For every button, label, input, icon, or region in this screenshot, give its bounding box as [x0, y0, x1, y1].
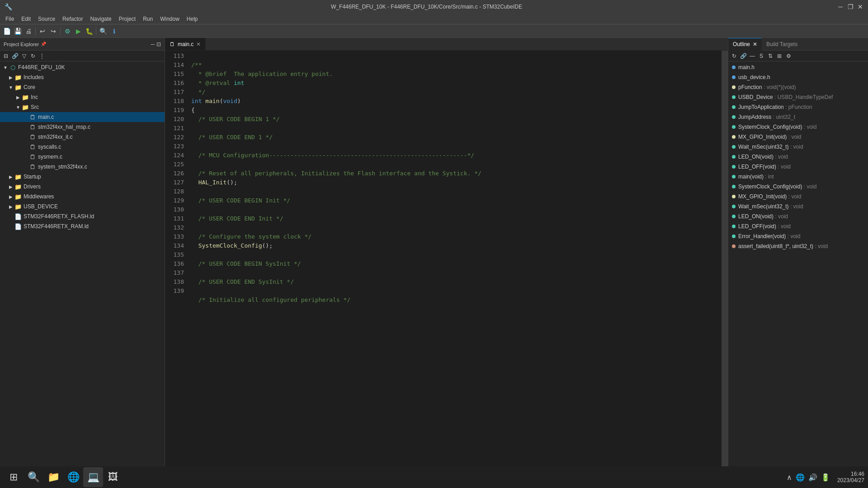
outline-settings-btn[interactable]: ⚙: [784, 52, 793, 60]
flash-icon: 📄: [14, 213, 22, 220]
tree-sysmem[interactable]: 🗒 sysmem.c: [0, 152, 165, 162]
file-explorer-btn[interactable]: 📁: [43, 467, 63, 487]
outline-usbd[interactable]: USBD_Device : USBD_HandleTypeDef: [728, 92, 868, 102]
outline-sysclock2[interactable]: SystemClock_Config(void) : void: [728, 182, 868, 192]
outline-sysclock[interactable]: SystemClock_Config(void) : void: [728, 122, 868, 132]
tree-mainc[interactable]: 🗒 main.c: [0, 112, 165, 122]
new-file-btn[interactable]: 📄: [2, 26, 12, 36]
save-btn[interactable]: 💾: [13, 26, 23, 36]
menu-window[interactable]: Window: [156, 14, 183, 24]
search-toolbar-btn[interactable]: 🔍: [98, 26, 108, 36]
outline-usbh[interactable]: usb_device.h: [728, 72, 868, 82]
info-btn[interactable]: ℹ: [109, 26, 119, 36]
tree-ram[interactable]: 📄 STM32F446RETX_RAM.ld: [0, 221, 165, 231]
outline-ledon[interactable]: LED_ON(void) : void: [728, 152, 868, 162]
ln-135: 135: [167, 250, 184, 259]
photo-btn[interactable]: 🖼: [103, 467, 123, 487]
build-btn[interactable]: ⚙: [62, 26, 72, 36]
tree-root[interactable]: ▼ ⬡ F446RE_DFU_10K: [0, 62, 165, 72]
minimize-button[interactable]: ─: [837, 4, 844, 10]
outline-errhandler[interactable]: Error_Handler(void) : void: [728, 231, 868, 241]
tray-battery[interactable]: 🔋: [821, 473, 830, 482]
outline-hide-fields-btn[interactable]: —: [748, 52, 756, 60]
menu-file[interactable]: File: [2, 14, 18, 24]
tab-mainc-close[interactable]: ✕: [196, 41, 201, 47]
filter-btn[interactable]: ▽: [20, 52, 28, 60]
outline-wait2[interactable]: Wait_mSec(uint32_t) : void: [728, 202, 868, 211]
tree-includes[interactable]: ▶ 📁 Includes: [0, 72, 165, 82]
tree-middlewares[interactable]: ▶ 📁 Middlewares: [0, 192, 165, 202]
menu-navigate[interactable]: Navigate: [86, 14, 115, 24]
tree-it[interactable]: 🗒 stm32f4xx_it.c: [0, 132, 165, 142]
tab-build-targets[interactable]: Build Targets: [762, 38, 802, 51]
outline-sort-btn[interactable]: ⇅: [766, 52, 774, 60]
explorer-maximize-icon[interactable]: ⊡: [156, 41, 161, 47]
code-area[interactable]: /** * @brief The application entry point…: [188, 51, 722, 467]
run-btn[interactable]: ▶: [73, 26, 83, 36]
outline-close[interactable]: ✕: [753, 41, 757, 47]
menu-help[interactable]: Help: [183, 14, 202, 24]
outline-mainh[interactable]: main.h: [728, 62, 868, 72]
tree-src[interactable]: ▼ 📁 Src: [0, 102, 165, 112]
outline-pfunc[interactable]: pFunction : void(*)(void): [728, 82, 868, 92]
sys-time[interactable]: 16:46 2023/04/27: [837, 471, 864, 483]
ln-136: 136: [167, 259, 184, 268]
tree-syscalls[interactable]: 🗒 syscalls.c: [0, 142, 165, 152]
outline-link-btn[interactable]: 🔗: [739, 52, 747, 60]
wait2-type: : void: [789, 203, 803, 210]
menu-refactor[interactable]: Refactor: [59, 14, 86, 24]
includes-icon: 📁: [14, 74, 22, 81]
editor-scrollbar[interactable]: [722, 51, 728, 467]
outline-gpio2[interactable]: MX_GPIO_Init(void) : void: [728, 192, 868, 202]
tray-volume[interactable]: 🔊: [808, 473, 817, 482]
outline-assert[interactable]: assert_failed(uint8_t*, uint32_t) : void: [728, 241, 868, 251]
collapse-all-btn[interactable]: ⊟: [2, 52, 10, 60]
outline-expand-btn[interactable]: ⊞: [775, 52, 783, 60]
close-button[interactable]: ✕: [857, 4, 863, 10]
outline-gpio[interactable]: MX_GPIO_Init(void) : void: [728, 132, 868, 142]
outline-ledon2[interactable]: LED_ON(void) : void: [728, 211, 868, 221]
jumpaddr-dot: [732, 115, 736, 119]
tab-outline[interactable]: Outline ✕: [728, 38, 762, 51]
tree-drivers-label: Drivers: [24, 183, 41, 190]
sync-btn[interactable]: ↻: [29, 52, 37, 60]
undo-btn[interactable]: ↩: [38, 26, 47, 36]
explorer-pin-icon: 📌: [41, 42, 46, 47]
outline-ledoff[interactable]: LED_OFF(void) : void: [728, 162, 868, 172]
outline-ledoff2[interactable]: LED_OFF(void) : void: [728, 221, 868, 231]
outline-refresh-btn[interactable]: ↻: [730, 52, 738, 60]
tree-drivers[interactable]: ▶ 📁 Drivers: [0, 182, 165, 192]
restore-button[interactable]: ❐: [847, 4, 854, 10]
tree-flash[interactable]: 📄 STM32F446RETX_FLASH.ld: [0, 211, 165, 221]
explorer-minimize-icon[interactable]: ─: [151, 41, 155, 47]
tree-core[interactable]: ▼ 📁 Core: [0, 82, 165, 92]
tray-chevron[interactable]: ∧: [787, 473, 792, 482]
outline-hide-static-btn[interactable]: S: [757, 52, 765, 60]
menu-edit[interactable]: Edit: [18, 14, 34, 24]
outline-jumpto[interactable]: JumpToApplication : pFunction: [728, 102, 868, 112]
tree-hal-msp[interactable]: 🗒 stm32f4xx_hal_msp.c: [0, 122, 165, 132]
menu-run[interactable]: Run: [139, 14, 156, 24]
outline-jumpaddr[interactable]: JumpAddress : uint32_t: [728, 112, 868, 122]
start-button[interactable]: ⊞: [4, 467, 24, 487]
debug-btn[interactable]: 🐛: [84, 26, 94, 36]
ide-btn[interactable]: 💻: [83, 467, 103, 487]
more-btn[interactable]: ⋮: [38, 52, 46, 60]
link-editor-btn[interactable]: 🔗: [11, 52, 19, 60]
tree-usb[interactable]: ▶ 📁 USB_DEVICE: [0, 202, 165, 211]
outline-main[interactable]: main(void) : int: [728, 172, 868, 182]
tree-inc[interactable]: ▶ 📁 Inc: [0, 92, 165, 102]
tray-network[interactable]: 🌐: [796, 473, 805, 482]
menu-source[interactable]: Source: [34, 14, 59, 24]
edge-btn[interactable]: 🌐: [63, 467, 83, 487]
tab-mainc[interactable]: 🗒 main.c ✕: [165, 38, 206, 50]
outline-wait[interactable]: Wait_mSec(uint32_t) : void: [728, 142, 868, 152]
redo-btn[interactable]: ↪: [48, 26, 58, 36]
sys-tray: ∧ 🌐 🔊 🔋: [783, 473, 834, 482]
print-btn[interactable]: 🖨: [24, 26, 33, 36]
menu-project[interactable]: Project: [115, 14, 139, 24]
search-taskbar-btn[interactable]: 🔍: [24, 467, 43, 487]
tree-system[interactable]: 🗒 system_stm32f4xx.c: [0, 162, 165, 172]
tree-syscalls-label: syscalls.c: [38, 144, 61, 150]
tree-startup[interactable]: ▶ 📁 Startup: [0, 172, 165, 182]
